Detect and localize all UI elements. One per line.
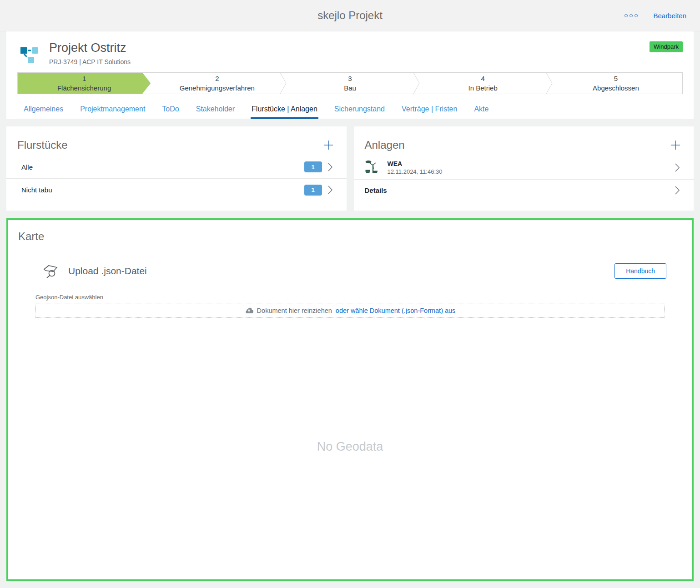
tab-todo[interactable]: ToDo [161,105,180,119]
project-header-row: Projekt Ostritz PRJ-3749 | ACP IT Soluti… [17,41,683,66]
upload-cloud-icon [245,307,253,314]
dropzone-text: Dokument hier reinziehen [257,307,332,314]
step-flaechensicherung[interactable]: 1 Flächensicherung [18,73,151,94]
tab-sicherungstand[interactable]: Sicherungstand [333,105,386,119]
upload-heading: Upload .json-Datei [68,266,147,276]
plus-icon [323,140,334,151]
plus-icon [670,140,681,151]
flurstuecke-row-nicht-tabu[interactable]: Nicht tabu 1 [6,178,347,201]
anlagen-card-title: Anlagen [365,139,405,151]
step-separator-icon [413,73,420,94]
add-flurstueck-button[interactable] [321,138,336,152]
step-genehmigungsverfahren[interactable]: 2 Genehmigungsverfahren [151,73,283,94]
tab-projektmanagement[interactable]: Projektmanagement [79,105,146,119]
object-header-panel: Projekt Ostritz PRJ-3749 | ACP IT Soluti… [6,31,694,119]
file-input-label: Geojson-Datei auswählen [35,294,665,301]
shell-header: skejlo Projekt Bearbeiten [0,0,700,31]
tab-vertraege-fristen[interactable]: Verträge | Fristen [401,105,458,119]
chevron-right-icon [328,186,333,194]
wind-turbine-icon [365,159,381,176]
project-title-block: Projekt Ostritz PRJ-3749 | ACP IT Soluti… [49,41,131,65]
add-anlage-button[interactable] [668,138,683,152]
overflow-menu-icon[interactable] [623,12,640,19]
tab-allgemeines[interactable]: Allgemeines [23,105,64,119]
chevron-right-icon [675,186,680,195]
flurstuecke-card: Flurstücke Alle 1 Nicht tabu 1 [6,126,347,211]
tab-akte[interactable]: Akte [473,105,489,119]
upload-header-row: Upload .json-Datei Handbuch [35,263,666,279]
handbuch-button[interactable]: Handbuch [614,263,666,279]
dropzone-file-link[interactable]: oder wähle Dokument (.json-Format) aus [336,307,456,314]
chevron-right-icon [328,163,333,171]
step-bau[interactable]: 3 Bau [283,73,416,94]
project-diagram-icon [19,43,40,66]
anlagen-details-row[interactable]: Details [354,179,694,201]
edit-button[interactable]: Bearbeiten [653,12,686,20]
anlagen-item-wea[interactable]: WEA 12.11.2024, 11:46:30 [354,156,694,179]
phase-step-bar: 1 Flächensicherung 2 Genehmigungsverfahr… [17,72,683,94]
flurstuecke-card-title: Flurstücke [17,139,68,151]
cards-row: Flurstücke Alle 1 Nicht tabu 1 [6,126,694,211]
geojson-dropzone[interactable]: Dokument hier reinziehen oder wähle Doku… [35,303,665,318]
count-badge: 1 [304,161,322,172]
project-type-badge: Windpark [650,41,683,52]
shell-actions: Bearbeiten [623,12,686,20]
karte-card: Karte Upload .json-Datei Handbuch Geojso… [6,218,694,581]
tab-flurstuecke-anlagen[interactable]: Flurstücke | Anlagen [251,105,318,119]
karte-card-title: Karte [8,230,692,243]
tab-stakeholder[interactable]: Stakeholder [195,105,236,119]
project-subtitle: PRJ-3749 | ACP IT Solutions [49,58,131,65]
project-name: Projekt Ostritz [49,41,131,55]
step-separator-icon [280,73,287,94]
flurstuecke-row-alle[interactable]: Alle 1 [6,156,347,178]
chevron-right-icon [675,163,680,172]
step-separator-icon [546,73,553,94]
map-search-icon [42,263,60,279]
count-badge: 1 [304,185,322,196]
step-abgeschlossen[interactable]: 5 Abgeschlossen [549,73,682,94]
no-geodata-message: No Geodata [8,440,692,454]
tab-bar: Allgemeines Projektmanagement ToDo Stake… [17,94,683,119]
page-title: skejlo Projekt [317,9,383,22]
anlagen-card: Anlagen [354,126,694,211]
step-in-betrieb[interactable]: 4 In Betrieb [417,73,549,94]
